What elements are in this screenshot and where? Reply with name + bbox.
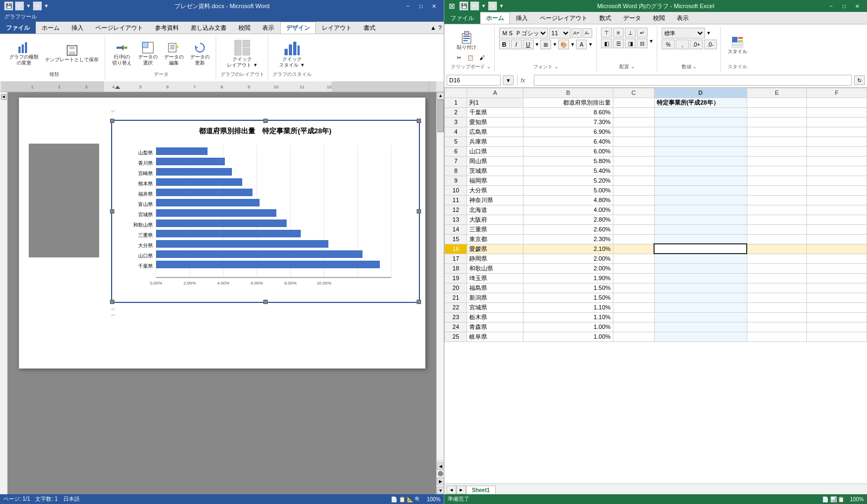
excel-cell-A11[interactable]: 神奈川県: [467, 195, 523, 205]
word-tab-pagelayout[interactable]: ページレイアウト: [89, 22, 149, 34]
word-tab-view[interactable]: 表示: [256, 22, 280, 34]
excel-cell-F19[interactable]: [807, 273, 867, 283]
excel-btn-align-right[interactable]: ◨: [625, 38, 636, 48]
excel-cell-E11[interactable]: [747, 195, 807, 205]
excel-cell-A15[interactable]: 東京都: [467, 234, 523, 244]
excel-cell-F12[interactable]: [807, 205, 867, 215]
excel-btn-font-increase[interactable]: A+: [572, 28, 581, 38]
excel-cell-B22[interactable]: 1.10%: [523, 302, 613, 312]
excel-cell-D6[interactable]: [654, 146, 747, 156]
excel-cell-C13[interactable]: [613, 215, 654, 224]
excel-cell-C24[interactable]: [613, 322, 654, 332]
excel-cell-D5[interactable]: [654, 137, 747, 146]
excel-row-header-1[interactable]: 1: [445, 98, 467, 107]
excel-name-box-dropdown[interactable]: ▼: [503, 75, 514, 85]
excel-cell-D16[interactable]: [654, 244, 747, 254]
word-tab-review[interactable]: 校閲: [232, 22, 256, 34]
excel-cell-F1[interactable]: [807, 98, 867, 107]
word-redo-icon[interactable]: ↪: [33, 2, 42, 10]
excel-btn-border[interactable]: ⊞: [540, 40, 551, 49]
excel-cell-F24[interactable]: [807, 322, 867, 332]
excel-row-header-8[interactable]: 8: [445, 166, 467, 176]
excel-cell-F10[interactable]: [807, 185, 867, 195]
excel-formula-input[interactable]: [534, 75, 852, 86]
excel-btn-align-center[interactable]: ☰: [613, 38, 624, 48]
excel-cell-E10[interactable]: [747, 185, 807, 195]
excel-cell-C16[interactable]: [613, 244, 654, 254]
excel-btn-align-bottom[interactable]: ⊥: [625, 28, 636, 37]
excel-cell-B17[interactable]: 2.00%: [523, 254, 613, 263]
excel-cell-F2[interactable]: [807, 107, 867, 117]
excel-fx-button[interactable]: fx: [521, 77, 532, 83]
excel-cell-C23[interactable]: [613, 312, 654, 322]
excel-btn-increase-decimal[interactable]: .0+: [690, 40, 703, 49]
excel-btn-font-decrease[interactable]: A-: [583, 28, 592, 38]
word-scroll-thumb[interactable]: [437, 100, 444, 132]
excel-cell-E22[interactable]: [747, 302, 807, 312]
excel-btn-underline[interactable]: U: [523, 40, 534, 49]
excel-cell-F6[interactable]: [807, 146, 867, 156]
excel-cell-D8[interactable]: [654, 166, 747, 176]
word-btn-switch-rowcol[interactable]: 行/列の切り替え: [109, 40, 134, 68]
word-maximize-button[interactable]: □: [416, 2, 426, 10]
excel-cell-A13[interactable]: 大阪府: [467, 215, 523, 224]
excel-cell-F15[interactable]: [807, 234, 867, 244]
word-tab-file[interactable]: ファイル: [0, 22, 36, 34]
excel-cell-F5[interactable]: [807, 137, 867, 146]
excel-minimize-button[interactable]: −: [826, 2, 837, 10]
excel-cell-B8[interactable]: 5.40%: [523, 166, 613, 176]
excel-cell-D25[interactable]: [654, 332, 747, 341]
excel-btn-font-color[interactable]: A: [576, 40, 587, 49]
excel-sheet-scroll-right[interactable]: ►: [456, 486, 466, 494]
word-btn-save-template[interactable]: テンプレートとして保存: [42, 42, 101, 64]
excel-cell-A18[interactable]: 和歌山県: [467, 263, 523, 273]
excel-btn-cut[interactable]: ✂: [454, 53, 464, 62]
excel-row-header-12[interactable]: 12: [445, 205, 467, 215]
excel-cell-B4[interactable]: 6.90%: [523, 127, 613, 137]
excel-tab-pagelayout[interactable]: ページレイアウト: [534, 12, 593, 24]
excel-row-header-14[interactable]: 14: [445, 224, 467, 234]
excel-cell-B13[interactable]: 2.80%: [523, 215, 613, 224]
excel-tab-review[interactable]: 校閲: [647, 12, 671, 24]
excel-tab-formulas[interactable]: 数式: [593, 12, 617, 24]
col-header-c[interactable]: C: [613, 88, 654, 98]
excel-cell-C21[interactable]: [613, 293, 654, 302]
word-tab-layout[interactable]: レイアウト: [316, 22, 358, 34]
excel-cell-B20[interactable]: 1.50%: [523, 283, 613, 293]
excel-cell-C5[interactable]: [613, 137, 654, 146]
excel-btn-comma[interactable]: ,: [676, 40, 689, 49]
excel-name-box[interactable]: [447, 75, 501, 86]
excel-cell-A8[interactable]: 茨城県: [467, 166, 523, 176]
excel-cell-F21[interactable]: [807, 293, 867, 302]
excel-tab-data[interactable]: データ: [617, 12, 647, 24]
excel-cell-A17[interactable]: 静岡県: [467, 254, 523, 263]
word-tab-home[interactable]: ホーム: [36, 22, 66, 34]
excel-cell-D22[interactable]: [654, 302, 747, 312]
excel-row-header-11[interactable]: 11: [445, 195, 467, 205]
excel-btn-align-middle[interactable]: ≡: [613, 28, 624, 37]
excel-row-header-18[interactable]: 18: [445, 263, 467, 273]
excel-row-header-22[interactable]: 22: [445, 302, 467, 312]
excel-cell-E23[interactable]: [747, 312, 807, 322]
excel-cell-B9[interactable]: 5.20%: [523, 176, 613, 185]
excel-undo-icon[interactable]: ↩: [470, 2, 479, 10]
excel-btn-percent[interactable]: %: [662, 40, 675, 49]
excel-sheet-scroll-left[interactable]: ◄: [447, 486, 456, 494]
excel-cell-C6[interactable]: [613, 146, 654, 156]
word-scrollbar[interactable]: ▲ ◀ ▶ ▼: [436, 92, 444, 494]
excel-cell-C11[interactable]: [613, 195, 654, 205]
excel-btn-copy[interactable]: 📋: [464, 53, 476, 62]
excel-cell-E5[interactable]: [747, 137, 807, 146]
excel-cell-B16[interactable]: 2.10%: [523, 244, 613, 254]
excel-cell-E7[interactable]: [747, 156, 807, 166]
excel-cell-C7[interactable]: [613, 156, 654, 166]
excel-cell-C10[interactable]: [613, 185, 654, 195]
excel-cell-D4[interactable]: [654, 127, 747, 137]
excel-row-header-19[interactable]: 19: [445, 273, 467, 283]
excel-redo-icon[interactable]: ↪: [488, 2, 497, 10]
word-close-button[interactable]: ✕: [429, 2, 439, 10]
excel-cell-C12[interactable]: [613, 205, 654, 215]
excel-cell-C3[interactable]: [613, 117, 654, 127]
excel-row-header-13[interactable]: 13: [445, 215, 467, 224]
excel-cell-D3[interactable]: [654, 117, 747, 127]
